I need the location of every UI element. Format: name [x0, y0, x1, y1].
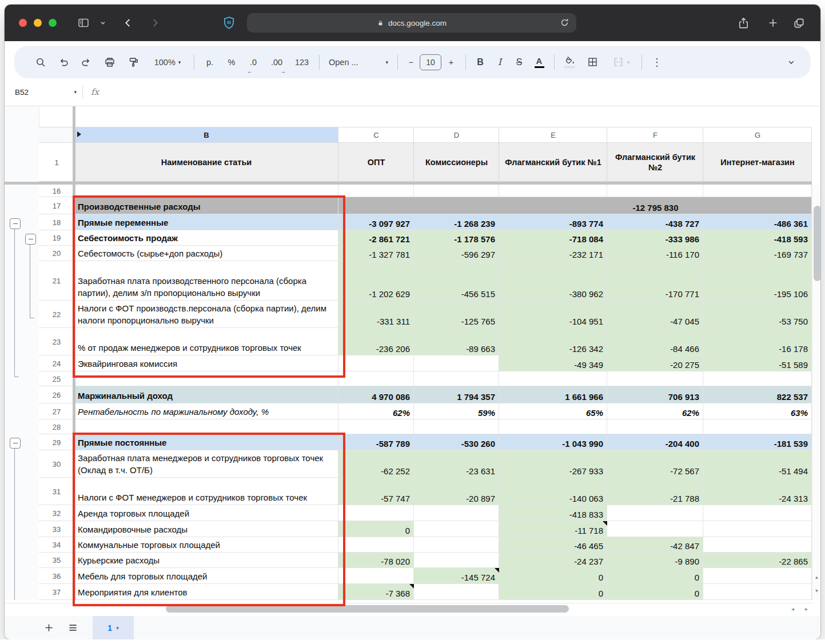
italic-button[interactable]: I — [490, 51, 509, 73]
cell-value[interactable]: -2 861 721 — [338, 230, 414, 246]
cell-value[interactable]: 0 — [499, 584, 607, 600]
cell-value[interactable]: -169 737 — [703, 246, 812, 261]
strikethrough-button[interactable]: S — [509, 51, 529, 73]
cell-value[interactable]: 706 913 — [607, 386, 703, 403]
cell-value[interactable]: 0 — [499, 568, 607, 584]
all-sheets-menu-icon[interactable] — [61, 616, 85, 639]
cell-value[interactable] — [607, 185, 703, 197]
scroll-right-arrow-icon[interactable]: ▸ — [805, 606, 808, 612]
cell-value[interactable]: 63% — [703, 403, 812, 419]
cell-label[interactable]: % от продаж менеджеров и сотрудников тор… — [74, 328, 338, 355]
cell-value[interactable] — [414, 419, 499, 434]
decrease-font-size-button[interactable]: − — [402, 51, 420, 73]
cell-value[interactable]: -145 724 — [414, 568, 499, 584]
header-cell[interactable]: Наименование статьи — [74, 143, 338, 182]
row-number[interactable]: 30 — [39, 450, 74, 478]
cell-label[interactable]: Заработная плата менеджеров и сотруднико… — [74, 450, 338, 478]
cell-value[interactable]: -596 297 — [414, 246, 499, 261]
print-icon[interactable] — [98, 51, 122, 73]
adblock-shield-icon[interactable] — [221, 15, 237, 31]
cell-value[interactable]: -486 361 — [703, 214, 812, 230]
cell-value[interactable] — [338, 505, 414, 521]
cell-value[interactable]: -20 275 — [607, 355, 703, 371]
row-number[interactable]: 16 — [39, 185, 74, 197]
cell-label[interactable]: Заработная плата производственного персо… — [74, 261, 338, 301]
header-cell[interactable]: Интернет-магазин — [703, 143, 812, 182]
cell-value[interactable]: -125 765 — [414, 301, 499, 328]
undo-icon[interactable] — [52, 51, 75, 73]
address-bar[interactable]: docs.google.com — [247, 13, 576, 33]
increase-decimals-button[interactable]: .00 → — [264, 51, 289, 73]
cell-label[interactable] — [74, 185, 338, 197]
reload-icon[interactable] — [559, 17, 571, 29]
merged-cell[interactable]: -12 795 830 — [338, 197, 812, 214]
cell-label[interactable]: Прямые переменные — [74, 214, 338, 230]
sidebar-toggle-icon[interactable] — [75, 15, 91, 31]
column-header-C[interactable]: C — [338, 127, 414, 143]
cell-value[interactable] — [414, 505, 499, 521]
cell-label[interactable]: Эквайринговая комиссия — [74, 355, 338, 371]
cell-value[interactable]: -57 747 — [338, 478, 414, 505]
cell-value[interactable]: -1 268 239 — [414, 214, 499, 230]
cell-label[interactable]: Маржинальный доход — [74, 386, 338, 403]
cell-value[interactable] — [607, 419, 703, 434]
cell-label[interactable]: Себестоимость продаж — [74, 230, 338, 246]
cell-value[interactable] — [338, 537, 414, 553]
redo-icon[interactable] — [75, 51, 98, 73]
cell-value[interactable]: -1 327 781 — [338, 246, 414, 261]
cell-value[interactable]: -78 020 — [338, 553, 414, 568]
fill-color-button[interactable] — [559, 51, 580, 73]
row-number[interactable]: 32 — [39, 505, 74, 521]
cell-value[interactable]: 1 794 357 — [414, 386, 499, 403]
row-number[interactable]: 27 — [39, 403, 74, 419]
cell-label[interactable]: Курьерские расходы — [74, 553, 338, 568]
column-header-D[interactable]: D — [414, 127, 499, 143]
cell-value[interactable]: -418 593 — [703, 230, 812, 246]
row-number[interactable]: 18 — [39, 214, 74, 230]
cell-value[interactable]: -530 260 — [414, 434, 499, 450]
column-header-B[interactable]: B — [74, 127, 338, 143]
sidebar-chevron-down-icon[interactable] — [95, 15, 111, 31]
close-window-button[interactable] — [19, 19, 27, 27]
cell-value[interactable]: -456 515 — [414, 261, 499, 301]
name-box[interactable]: B52 ▾ — [5, 88, 77, 97]
cell-value[interactable]: -126 342 — [499, 328, 607, 355]
zoom-select[interactable]: 100% ▾ — [146, 51, 189, 73]
cell-value[interactable]: 1 661 966 — [499, 386, 607, 403]
tab-overview-icon[interactable] — [791, 15, 807, 31]
horizontal-scrollbar-thumb[interactable] — [166, 605, 569, 613]
frozen-row-divider[interactable] — [5, 182, 812, 185]
cell-value[interactable]: -170 771 — [607, 261, 703, 301]
cell-value[interactable]: 65% — [499, 403, 607, 419]
increase-font-size-button[interactable]: + — [441, 51, 461, 73]
cell-label[interactable]: Коммунальные торговых площадей — [74, 537, 338, 553]
cell-value[interactable]: -24 313 — [703, 478, 812, 505]
cell-value[interactable] — [499, 419, 607, 434]
sheet-tab[interactable]: 1 ▾ — [93, 616, 134, 639]
cell-label[interactable]: Командировочные расходы — [74, 521, 338, 537]
font-family-select[interactable]: Open ... ▾ — [324, 51, 393, 73]
cell-value[interactable]: -331 311 — [338, 301, 414, 328]
cell-value[interactable]: -23 631 — [414, 450, 499, 478]
cell-value[interactable]: -236 206 — [338, 328, 414, 355]
scroll-down-arrow-icon[interactable]: ▾ — [815, 587, 818, 594]
cell-value[interactable]: -3 097 927 — [338, 214, 414, 230]
row-number[interactable]: 25 — [39, 371, 74, 386]
cell-label[interactable] — [74, 419, 338, 434]
row-number[interactable]: 31 — [39, 478, 74, 505]
cell-label[interactable]: Себестомость (сырье+доп расходы) — [74, 246, 338, 261]
column-header-F[interactable]: F — [607, 127, 703, 143]
cell-value[interactable] — [499, 371, 607, 386]
cell-value[interactable]: -72 567 — [607, 450, 703, 478]
cell-value[interactable]: -7 368 — [338, 584, 414, 600]
cell-label[interactable] — [74, 371, 338, 386]
select-all-corner[interactable] — [39, 127, 74, 143]
cell-value[interactable]: -51 494 — [703, 450, 812, 478]
cell-value[interactable]: -24 237 — [499, 553, 607, 568]
cell-label[interactable]: Рентабельность по маржинальному доходу, … — [74, 403, 338, 419]
cell-value[interactable] — [414, 185, 499, 197]
frozen-column-divider[interactable] — [73, 106, 75, 600]
row-number[interactable]: 22 — [39, 301, 74, 328]
column-header-G[interactable]: G — [703, 127, 812, 143]
cell-value[interactable]: -42 847 — [607, 537, 703, 553]
